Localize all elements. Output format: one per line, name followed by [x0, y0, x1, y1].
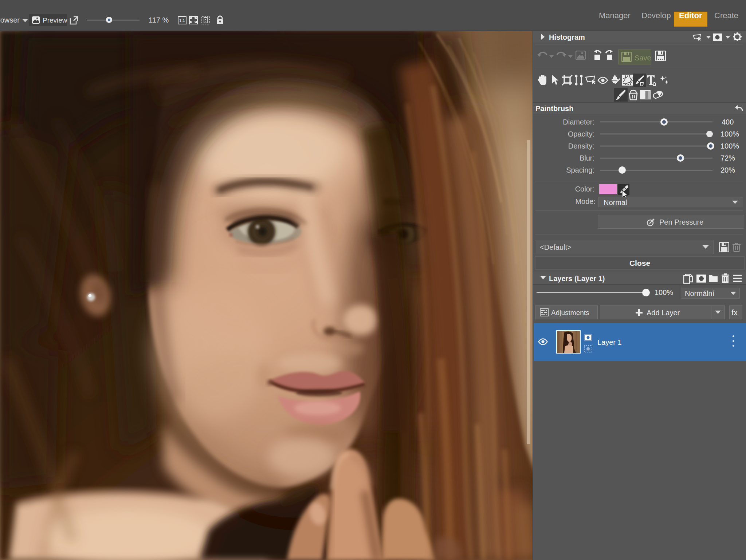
- svg-text:1:1: 1:1: [179, 18, 185, 23]
